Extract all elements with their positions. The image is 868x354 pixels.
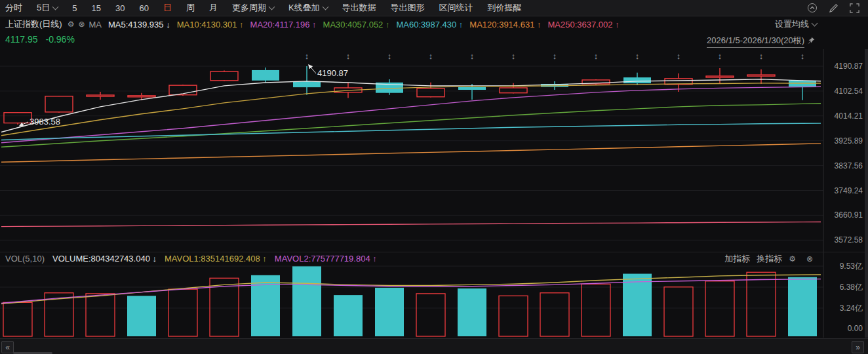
volume-axis-label: 6.38亿 xyxy=(840,283,863,292)
volume-bar-up[interactable] xyxy=(582,284,610,336)
volume-bar-up[interactable] xyxy=(3,302,32,336)
candle-up[interactable] xyxy=(45,96,73,112)
volume-bar-up[interactable] xyxy=(416,294,445,336)
volume-bar-up[interactable] xyxy=(540,293,569,336)
candle-down[interactable] xyxy=(458,87,486,90)
event-marker-icon[interactable]: ↕ xyxy=(470,51,475,61)
candle-up[interactable] xyxy=(210,71,238,81)
scroll-left-button[interactable]: « xyxy=(1,341,14,353)
price-annotation: 4190.87 xyxy=(317,68,348,78)
event-marker-icon[interactable]: ↕ xyxy=(759,51,764,61)
event-marker-icon[interactable]: ↕ xyxy=(718,51,722,61)
price-axis-label: 3572.58 xyxy=(835,235,863,245)
vol-close-icon[interactable]: ⊗ xyxy=(806,254,813,264)
event-marker-icon[interactable]: ↕ xyxy=(594,51,599,61)
vol-settings-gear-icon[interactable]: ⚙ xyxy=(789,254,796,264)
volume-bar-down[interactable] xyxy=(127,296,156,336)
candle-down[interactable] xyxy=(252,70,279,81)
volume-bar-up[interactable] xyxy=(168,289,197,336)
ma-line-MA250 xyxy=(1,222,821,227)
vol-indicator-label: VOL(5,10) xyxy=(5,254,45,264)
x-axis-bar: « » xyxy=(0,338,868,354)
event-marker-icon[interactable]: ↕ xyxy=(800,51,805,61)
price-axis-label: 4102.54 xyxy=(835,87,863,96)
stock-chart-app: 分时5日5153060日周月更多周期K线叠加导出数据导出图形区间统计到价提醒 上… xyxy=(0,0,868,354)
volume-axis-label: 3.24亿 xyxy=(840,304,863,313)
volume-values: VOLUME:804342743.040 ↓MAVOL1:835141692.4… xyxy=(52,254,385,264)
indicator-value: VOLUME:804342743.040 ↓ xyxy=(52,254,157,264)
event-marker-icon[interactable]: ↕ xyxy=(387,51,392,61)
ma-line-MA60 xyxy=(1,123,821,140)
switch-indicator-button[interactable]: 换指标 xyxy=(757,253,782,265)
candle-up[interactable] xyxy=(747,75,775,76)
volume-bar-up[interactable] xyxy=(86,294,115,336)
price-annotation: 3983.58 xyxy=(30,117,60,127)
volume-bar-up[interactable] xyxy=(705,281,734,336)
candle-up[interactable] xyxy=(706,76,734,77)
volume-bar-up[interactable] xyxy=(664,287,693,336)
price-axis-label: 3660.91 xyxy=(835,210,863,220)
candle-down[interactable] xyxy=(293,81,321,87)
price-axis-label: 3837.56 xyxy=(835,161,863,170)
price-axis-label: 3749.24 xyxy=(835,186,863,195)
volume-bar-down[interactable] xyxy=(623,274,652,336)
volume-bar-up[interactable] xyxy=(747,272,776,336)
candle-up[interactable] xyxy=(4,113,31,123)
price-axis-label: 3925.89 xyxy=(835,136,863,146)
volume-bar-down[interactable] xyxy=(458,288,486,336)
volume-bar-down[interactable] xyxy=(788,277,817,336)
volume-bar-down[interactable] xyxy=(292,266,321,336)
candle-up[interactable] xyxy=(87,95,114,96)
candle-up[interactable] xyxy=(500,88,527,93)
event-marker-icon[interactable]: ↕ xyxy=(635,51,640,61)
price-axis-label: 4014.21 xyxy=(835,111,863,121)
price-axis-label: 4190.87 xyxy=(835,62,863,71)
mavol-line-MAVOL2 xyxy=(1,279,821,304)
add-indicator-button[interactable]: 加指标 xyxy=(724,253,750,265)
indicator-value: MAVOL2:775777719.804 ↑ xyxy=(275,254,377,264)
candlestick-chart-canvas[interactable]: 4190.874102.544014.213925.893837.563749.… xyxy=(0,0,868,354)
volume-bar-down[interactable] xyxy=(375,288,404,336)
event-marker-icon[interactable]: ↕ xyxy=(511,51,516,61)
scroll-right-button[interactable]: » xyxy=(852,341,864,353)
volume-bar-up[interactable] xyxy=(499,296,528,336)
volume-axis-label: 0.00 xyxy=(848,324,863,333)
event-marker-icon[interactable]: ↕ xyxy=(429,51,433,61)
event-marker-icon[interactable]: ↕ xyxy=(305,51,309,61)
volume-header: VOL(5,10) VOLUME:804342743.040 ↓MAVOL1:8… xyxy=(0,252,868,265)
candle-up[interactable] xyxy=(128,96,155,97)
event-marker-icon[interactable]: ↕ xyxy=(553,51,557,61)
volume-bar-down[interactable] xyxy=(334,295,363,336)
vertical-scrollbar[interactable] xyxy=(865,49,868,338)
volume-header-actions: 加指标 换指标 ⚙ ⊗ xyxy=(724,253,868,265)
indicator-value: MAVOL1:835141692.408 ↑ xyxy=(165,254,267,264)
mavol-line-MAVOL1 xyxy=(1,275,821,304)
event-marker-icon[interactable]: ↕ xyxy=(346,51,351,61)
candle-up[interactable] xyxy=(417,88,444,97)
ma-line-MA20 xyxy=(1,87,821,143)
candle-down[interactable] xyxy=(623,77,651,83)
event-marker-icon[interactable]: ↕ xyxy=(677,51,681,61)
ma-line-MA120 xyxy=(1,144,821,162)
